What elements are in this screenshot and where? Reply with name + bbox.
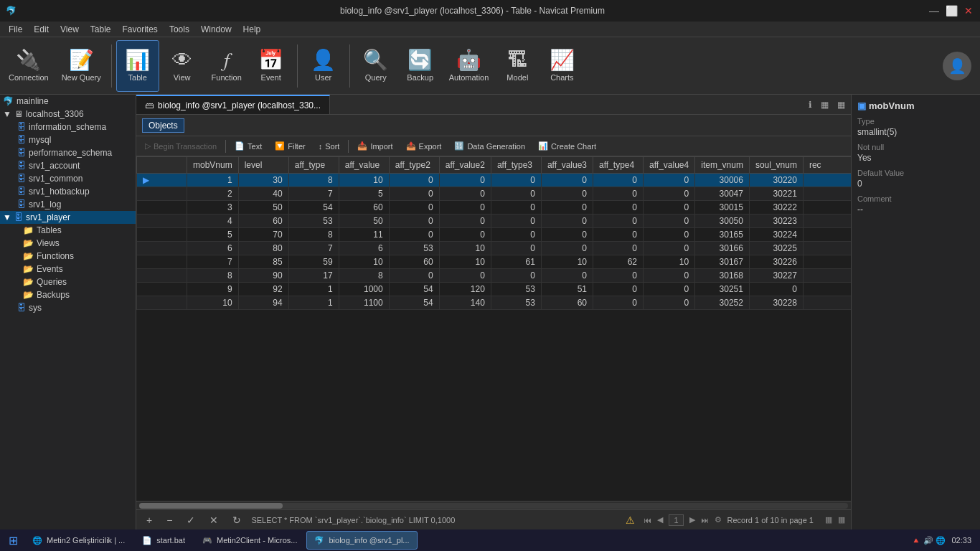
col-aff-value4[interactable]: aff_value4 — [644, 157, 695, 174]
sidebar-item-functions[interactable]: 📂 Functions — [0, 250, 136, 263]
table-row[interactable]: 240750000003004730221 — [137, 187, 852, 201]
taskbar-item-navicat[interactable]: 🐬 biolog_info @srv1_pl... — [306, 531, 417, 550]
charts-button[interactable]: 📈 Charts — [540, 40, 583, 92]
table-row[interactable]: 78559106010611062103016730226 — [137, 255, 852, 269]
col-aff-type[interactable]: aff_type — [288, 157, 339, 174]
sidebar-item-mysql[interactable]: 🗄 mysql — [0, 133, 136, 146]
col-item-vnum[interactable]: item_vnum — [695, 157, 750, 174]
table-row[interactable]: 109411100541405360003025230228 — [137, 296, 852, 310]
sort-button[interactable]: ↕ Sort — [313, 141, 346, 152]
table-row[interactable]: 5708110000003016530224 — [137, 228, 852, 242]
table-cell: 30166 — [695, 242, 750, 255]
table-row[interactable]: 9921100054120535100302510 — [137, 283, 852, 296]
table-row[interactable]: ▶1308100000003000630220 — [137, 174, 852, 187]
connection-button[interactable]: 🔌 Connection — [3, 40, 55, 92]
col-soul-vnum[interactable]: soul_vnum — [749, 157, 803, 174]
sidebar-item-backups[interactable]: 📂 Backups — [0, 288, 136, 301]
sidebar-item-srv1-account[interactable]: 🗄 srv1_account — [0, 159, 136, 172]
sidebar-item-sys[interactable]: 🗄 sys — [0, 301, 136, 314]
create-chart-button[interactable]: 📊 Create Chart — [532, 140, 602, 152]
objects-tab[interactable]: Objects — [142, 118, 184, 133]
grid-view-icon-2[interactable]: ▦ — [834, 98, 848, 111]
menu-view[interactable]: View — [55, 23, 85, 36]
delete-record-button[interactable]: − — [162, 513, 176, 527]
table-row[interactable]: 46053500000003005030223 — [137, 215, 852, 228]
sidebar-item-srv1-hotbackup[interactable]: 🗄 srv1_hotbackup — [0, 185, 136, 198]
sidebar-item-queries[interactable]: 📂 Queries — [0, 276, 136, 288]
user-button[interactable]: 👤 User — [302, 40, 345, 92]
col-aff-value3[interactable]: aff_value3 — [541, 157, 593, 174]
grid-small-icon[interactable]: ▦ — [825, 515, 832, 524]
taskbar-item-startbat[interactable]: 📄 start.bat — [134, 531, 193, 550]
event-button[interactable]: 📅 Event — [250, 40, 293, 92]
taskbar-item-metin2dev[interactable]: 🌐 Metin2 Geliştiricilik | ... — [24, 531, 133, 550]
automation-button[interactable]: 🤖 Automation — [443, 40, 495, 92]
toolbar-separator-2 — [297, 44, 298, 88]
col-level[interactable]: level — [238, 157, 288, 174]
horizontal-scrollbar[interactable] — [136, 501, 851, 509]
minimize-button[interactable]: — — [928, 5, 940, 17]
function-button[interactable]: 𝑓 Function — [205, 40, 248, 92]
sidebar-item-srv1-log[interactable]: 🗄 srv1_log — [0, 198, 136, 211]
col-rec[interactable]: rec — [803, 157, 851, 174]
sidebar-item-srv1-player[interactable]: ▼ 🗄 srv1_player — [0, 211, 136, 224]
start-button[interactable]: ⊞ — [3, 530, 23, 550]
menu-favorites[interactable]: Favorites — [117, 23, 164, 36]
table-row[interactable]: 8901780000003016830227 — [137, 269, 852, 283]
table-row[interactable]: 68076531000003016630225 — [137, 242, 852, 255]
col-aff-type2[interactable]: aff_type2 — [389, 157, 439, 174]
menu-help[interactable]: Help — [237, 23, 267, 36]
nav-prev[interactable]: ◀ — [657, 515, 663, 524]
text-button[interactable]: 📄 Text — [229, 140, 268, 152]
col-aff-value[interactable]: aff_value — [339, 157, 389, 174]
maximize-button[interactable]: ⬜ — [946, 5, 957, 17]
grid-large-icon[interactable]: ▦ — [838, 515, 845, 524]
menu-tools[interactable]: Tools — [164, 23, 195, 36]
view-button[interactable]: 👁 View — [161, 40, 204, 92]
col-mobvnum[interactable]: mobVnum — [187, 157, 239, 174]
sidebar-item-mainline[interactable]: 🐬 mainline — [0, 95, 136, 108]
col-aff-type3[interactable]: aff_type3 — [491, 157, 541, 174]
menu-edit[interactable]: Edit — [28, 23, 55, 36]
data-table-area[interactable]: mobVnum level aff_type aff_value aff_typ… — [136, 156, 851, 501]
sidebar-item-information-schema[interactable]: 🗄 information_schema — [0, 121, 136, 133]
taskbar-item-metin2client[interactable]: 🎮 Metin2Client - Micros... — [194, 531, 305, 550]
page-input[interactable]: 1 — [669, 514, 683, 526]
table-button[interactable]: 📊 Table — [116, 40, 159, 92]
refresh-button[interactable]: ↻ — [228, 513, 245, 527]
close-button[interactable]: ✕ — [963, 5, 974, 17]
new-query-button[interactable]: 📝 New Query — [56, 40, 107, 92]
menu-file[interactable]: File — [3, 23, 28, 36]
backup-button[interactable]: 🔄 Backup — [399, 40, 442, 92]
nav-next[interactable]: ▶ — [689, 515, 695, 524]
confirm-button[interactable]: ✓ — [182, 513, 199, 527]
add-record-button[interactable]: + — [142, 513, 156, 527]
query-button[interactable]: 🔍 Query — [354, 40, 397, 92]
sidebar-item-localhost[interactable]: ▼ 🖥 localhost_3306 — [0, 108, 136, 121]
table-row[interactable]: 35054600000003001530222 — [137, 201, 852, 215]
export-button[interactable]: 📤 Export — [400, 140, 448, 152]
sidebar-item-performance-schema[interactable]: 🗄 performance_schema — [0, 146, 136, 159]
sidebar-item-events[interactable]: 📂 Events — [0, 263, 136, 276]
model-button[interactable]: 🏗 Model — [496, 40, 539, 92]
cancel-edit-button[interactable]: ✕ — [205, 513, 222, 527]
settings-icon[interactable]: ⚙ — [715, 515, 722, 524]
nav-last[interactable]: ⏭ — [701, 516, 709, 524]
sidebar-item-views[interactable]: 📂 Views — [0, 237, 136, 250]
filter-button[interactable]: 🔽 Filter — [269, 140, 311, 152]
scroll-thumb[interactable] — [139, 503, 283, 509]
info-icon[interactable]: ℹ — [806, 98, 815, 111]
data-generation-button[interactable]: 🔢 Data Generation — [448, 140, 531, 152]
import-button[interactable]: 📥 Import — [352, 140, 398, 152]
begin-transaction-button[interactable]: ▷ Begin Transaction — [139, 140, 222, 152]
menu-table[interactable]: Table — [85, 23, 117, 36]
nav-first[interactable]: ⏮ — [644, 516, 651, 524]
sidebar-item-srv1-common[interactable]: 🗄 srv1_common — [0, 172, 136, 185]
col-aff-type4[interactable]: aff_type4 — [593, 157, 644, 174]
menu-window[interactable]: Window — [195, 23, 237, 36]
grid-view-icon-1[interactable]: ▦ — [818, 98, 831, 111]
sidebar-item-tables[interactable]: 📁 Tables — [0, 224, 136, 237]
col-aff-value2[interactable]: aff_value2 — [439, 157, 491, 174]
db-icon: 🗄 — [17, 187, 26, 197]
table-tab[interactable]: 🗃 biolog_info @srv1_player (localhost_33… — [136, 95, 330, 114]
